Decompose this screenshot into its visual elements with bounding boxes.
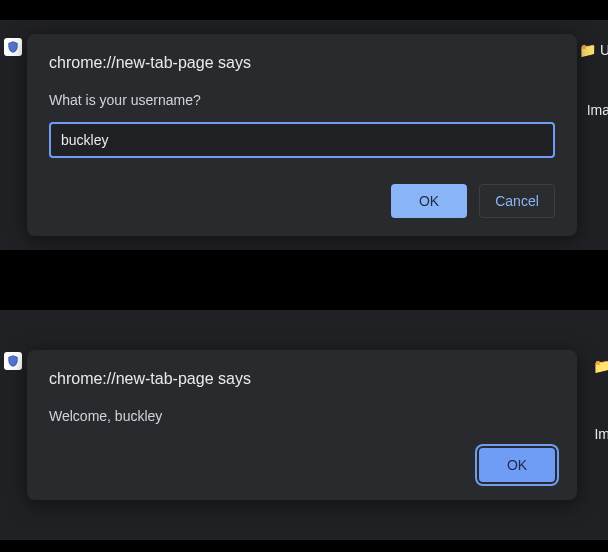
bookmark-partial-3: 📁 [593, 358, 608, 374]
ok-button[interactable]: OK [391, 184, 467, 218]
shield-icon [6, 40, 20, 54]
bookmark-partial-2: Ima [587, 102, 608, 118]
dialog-message: What is your username? [49, 92, 555, 108]
background-panel-bottom: 📁 Im chrome://new-tab-page says Welcome,… [0, 310, 608, 540]
dialog-title: chrome://new-tab-page says [49, 54, 555, 72]
background-panel-top: 📁 U Ima chrome://new-tab-page says What … [0, 20, 608, 250]
js-alert-dialog: chrome://new-tab-page says Welcome, buck… [27, 350, 577, 500]
js-prompt-dialog: chrome://new-tab-page says What is your … [27, 34, 577, 236]
bookmark-partial-4: Im [594, 426, 608, 442]
dialog-button-row: OK [49, 448, 555, 482]
page-favicon [4, 352, 22, 370]
folder-icon: 📁 [579, 42, 596, 58]
folder-icon: 📁 [593, 358, 608, 374]
ok-button[interactable]: OK [479, 448, 555, 482]
page-favicon [4, 38, 22, 56]
dialog-button-row: OK Cancel [49, 184, 555, 218]
shield-icon [6, 354, 20, 368]
cancel-button[interactable]: Cancel [479, 184, 555, 218]
prompt-input[interactable] [49, 122, 555, 158]
dialog-title: chrome://new-tab-page says [49, 370, 555, 388]
dialog-message: Welcome, buckley [49, 408, 555, 424]
bookmark-partial-1: 📁 U [579, 42, 608, 58]
